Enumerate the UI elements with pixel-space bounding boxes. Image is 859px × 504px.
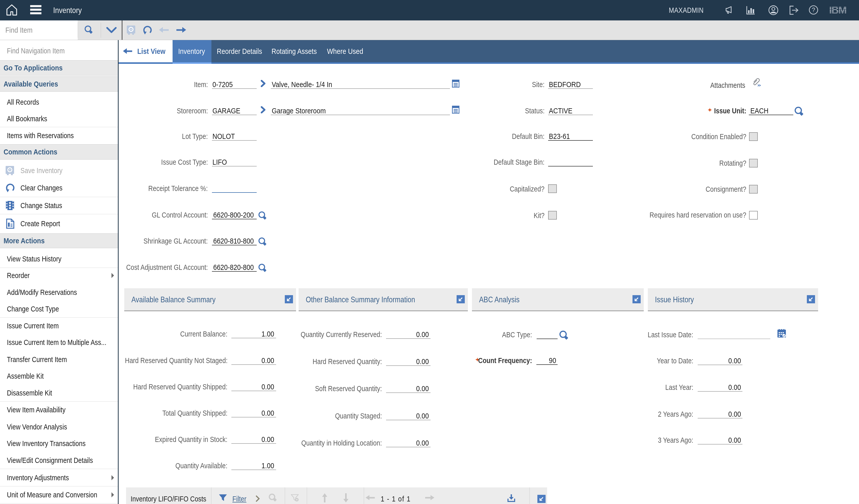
svg-text:?: ?: [812, 6, 815, 13]
